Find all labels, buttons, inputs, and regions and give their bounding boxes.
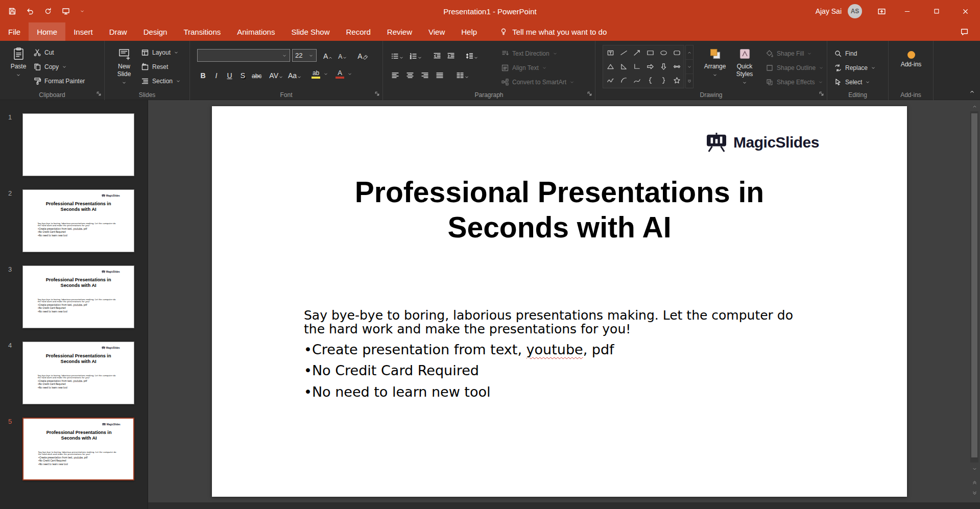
previous-slide-button[interactable]	[970, 478, 978, 486]
underline-button[interactable]: U	[224, 67, 235, 81]
shape-arrow-down-button[interactable]	[657, 60, 670, 74]
slide-canvas[interactable]: MagicSlides Professional Presentations i…	[212, 106, 907, 497]
gallery-more-button[interactable]	[686, 74, 693, 88]
decrease-indent-button[interactable]	[431, 48, 443, 61]
shape-right-triangle-button[interactable]	[617, 60, 630, 74]
next-slide-button[interactable]	[970, 489, 978, 497]
tab-review[interactable]: Review	[379, 22, 420, 41]
tab-design[interactable]: Design	[135, 22, 176, 41]
slide-body-text[interactable]: Say bye-bye to boring, laborious present…	[38, 451, 126, 465]
section-button[interactable]: Section	[139, 75, 182, 88]
vertical-scrollbar-track[interactable]	[970, 111, 978, 463]
font-name-select[interactable]	[197, 49, 290, 62]
shape-fill-button[interactable]: Shape Fill	[764, 47, 814, 60]
tab-slide-show[interactable]: Slide Show	[283, 22, 338, 41]
undo-icon[interactable]	[26, 7, 34, 15]
bold-button[interactable]: B	[197, 67, 209, 81]
shape-oval-button[interactable]	[657, 46, 670, 60]
convert-to-smartart-button[interactable]: Convert to SmartArt	[499, 76, 576, 89]
chevron-down-icon[interactable]	[323, 71, 328, 77]
user-name[interactable]: Ajay Sai	[816, 7, 842, 15]
redo-icon[interactable]	[44, 7, 52, 15]
text-shadow-button[interactable]: S	[237, 67, 249, 81]
slide-body-text[interactable]: Say bye-bye to boring, laborious present…	[38, 374, 125, 389]
shape-line-button[interactable]	[617, 46, 630, 60]
format-painter-button[interactable]: Format Painter	[32, 75, 86, 88]
layout-button[interactable]: Layout	[139, 46, 180, 59]
slide-title[interactable]: Professional Presentations in Seconds wi…	[28, 277, 129, 288]
slide-body-text[interactable]: Say bye-bye to boring, laborious present…	[304, 308, 850, 399]
slide-title[interactable]: Professional Presentations in Seconds wi…	[243, 175, 876, 245]
gallery-up-button[interactable]	[686, 45, 693, 60]
select-button[interactable]: Select	[832, 76, 872, 89]
slide-thumbnail-1[interactable]	[22, 113, 134, 176]
replace-button[interactable]: Replace	[832, 61, 877, 75]
shape-left-brace-button[interactable]	[643, 74, 657, 87]
shape-right-brace-button[interactable]	[657, 74, 670, 87]
minimize-button[interactable]	[893, 0, 922, 22]
tab-insert[interactable]: Insert	[65, 22, 101, 41]
numbering-button[interactable]	[408, 48, 424, 61]
tab-home[interactable]: Home	[29, 22, 65, 41]
shape-outline-button[interactable]: Shape Outline	[764, 61, 825, 75]
slide-title[interactable]: Professional Presentations in Seconds wi…	[28, 201, 129, 212]
tab-draw[interactable]: Draw	[101, 22, 135, 41]
align-right-button[interactable]	[419, 67, 431, 81]
justify-button[interactable]	[434, 67, 445, 81]
slide-body-text[interactable]: Say bye-bye to boring, laborious present…	[38, 298, 125, 312]
cut-button[interactable]: Cut	[32, 46, 56, 59]
shape-arrow-right-button[interactable]	[643, 60, 657, 74]
shrink-font-button[interactable]: A	[337, 48, 349, 61]
tell-me-box[interactable]: Tell me what you want to do	[499, 22, 607, 41]
add-ins-button[interactable]: Add-ins	[897, 44, 925, 68]
slideshow-icon[interactable]	[62, 7, 70, 15]
shape-arc-button[interactable]	[617, 74, 630, 87]
shape-rectangle-button[interactable]	[643, 46, 657, 60]
slide-title[interactable]: Professional Presentations in Seconds wi…	[29, 429, 130, 441]
save-icon[interactable]	[8, 7, 16, 15]
avatar[interactable]: AS	[848, 4, 862, 18]
scroll-down-button[interactable]	[970, 465, 978, 473]
tab-transitions[interactable]: Transitions	[175, 22, 229, 41]
slide-thumbnail-2[interactable]: MagicSlides Professional Presentations i…	[22, 189, 134, 252]
tab-view[interactable]: View	[420, 22, 453, 41]
shape-elbow-connector-button[interactable]	[630, 60, 643, 74]
tab-file[interactable]: File	[0, 22, 29, 41]
clear-formatting-button[interactable]: A	[356, 48, 370, 61]
clipboard-dialog-launcher[interactable]	[96, 91, 102, 98]
ribbon-display-options-icon[interactable]	[870, 0, 893, 22]
shape-effects-button[interactable]: Shape Effects	[764, 76, 825, 89]
drawing-dialog-launcher[interactable]	[819, 91, 824, 98]
align-text-button[interactable]: Align Text	[499, 61, 548, 75]
shape-rounded-rectangle-button[interactable]	[670, 46, 683, 60]
tab-help[interactable]: Help	[453, 22, 485, 41]
text-highlight-color-button[interactable]: ab	[310, 67, 322, 81]
slide-body-text[interactable]: Say bye-bye to boring, laborious present…	[38, 222, 125, 236]
shape-arrow-button[interactable]	[630, 46, 643, 60]
slide-title[interactable]: Professional Presentations in Seconds wi…	[28, 353, 129, 364]
font-color-button[interactable]: A	[334, 67, 346, 81]
customize-qat-chevron-icon[interactable]	[80, 9, 85, 14]
slide-thumbnail-3[interactable]: MagicSlides Professional Presentations i…	[22, 265, 134, 328]
new-slide-button[interactable]: NewSlide	[110, 44, 138, 85]
vertical-scrollbar-thumb[interactable]	[971, 113, 977, 457]
quick-styles-button[interactable]: QuickStyles	[730, 44, 759, 85]
font-size-select[interactable]: 22	[292, 49, 317, 62]
columns-button[interactable]	[455, 67, 471, 81]
increase-indent-button[interactable]	[445, 48, 457, 61]
align-center-button[interactable]	[404, 67, 416, 81]
arrange-button[interactable]: Arrange	[701, 44, 729, 78]
shape-curve-button[interactable]	[630, 74, 643, 87]
comments-icon[interactable]	[960, 22, 969, 41]
reset-button[interactable]: Reset	[139, 60, 170, 74]
shape-star-button[interactable]	[670, 74, 683, 87]
tab-animations[interactable]: Animations	[229, 22, 283, 41]
italic-button[interactable]: I	[210, 67, 222, 81]
slide-thumbnail-5-selected[interactable]: MagicSlides Professional Presentations i…	[22, 418, 134, 480]
maximize-button[interactable]	[922, 0, 951, 22]
close-button[interactable]	[951, 0, 980, 22]
line-spacing-button[interactable]	[464, 48, 480, 61]
strikethrough-button[interactable]: abc	[250, 67, 263, 81]
shape-text-box-button[interactable]	[604, 46, 617, 60]
font-dialog-launcher[interactable]	[374, 91, 380, 98]
